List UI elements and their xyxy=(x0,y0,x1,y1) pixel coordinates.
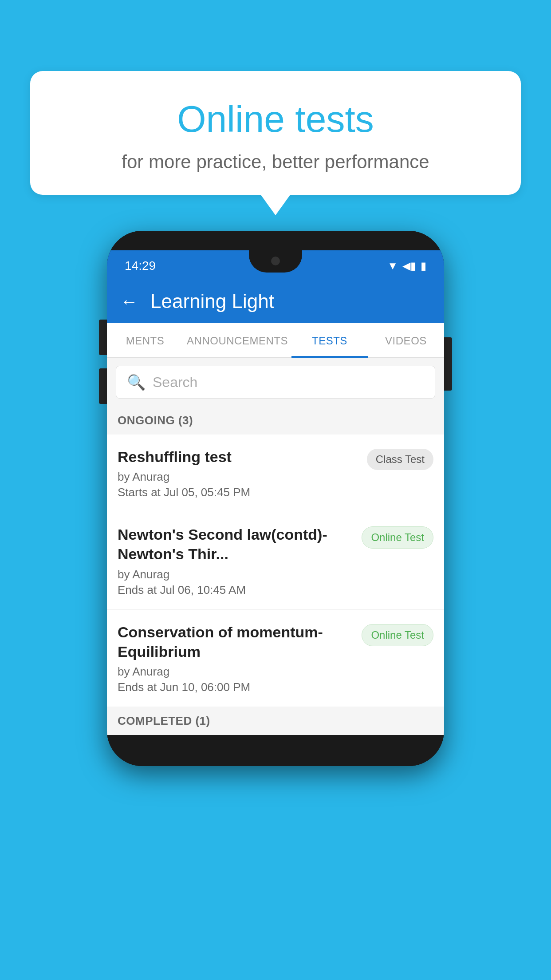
tab-announcements[interactable]: ANNOUNCEMENTS xyxy=(183,323,291,357)
test-item-0[interactable]: Reshuffling test by Anurag Starts at Jul… xyxy=(107,435,444,512)
status-time: 14:29 xyxy=(125,259,156,273)
app-header-title: Learning Light xyxy=(150,290,274,312)
phone-notch xyxy=(249,250,302,273)
phone-top-bezel xyxy=(107,231,444,250)
test-item-1[interactable]: Newton's Second law(contd)-Newton's Thir… xyxy=(107,512,444,609)
speech-bubble: Online tests for more practice, better p… xyxy=(30,71,521,195)
section-completed-label: COMPLETED (1) xyxy=(107,707,444,735)
test-date-1: Ends at Jul 06, 10:45 AM xyxy=(118,583,354,597)
status-bar: 14:29 ▼ ◀▮ ▮ xyxy=(107,250,444,281)
test-item-2[interactable]: Conservation of momentum-Equilibrium by … xyxy=(107,610,444,707)
search-box[interactable]: 🔍 Search xyxy=(116,366,435,399)
test-date-2: Ends at Jun 10, 06:00 PM xyxy=(118,680,354,694)
app-header: ← Learning Light xyxy=(107,281,444,323)
test-title-2: Conservation of momentum-Equilibrium xyxy=(118,622,354,661)
camera xyxy=(271,257,280,265)
tab-videos[interactable]: VIDEOS xyxy=(368,323,444,357)
test-title-0: Reshuffling test xyxy=(118,447,360,466)
tab-ments[interactable]: MENTS xyxy=(107,323,183,357)
test-title-1: Newton's Second law(contd)-Newton's Thir… xyxy=(118,525,354,564)
test-info-0: Reshuffling test by Anurag Starts at Jul… xyxy=(118,447,360,499)
speech-bubble-subtitle: for more practice, better performance xyxy=(52,151,499,173)
test-by-2: by Anurag xyxy=(118,665,354,679)
search-placeholder: Search xyxy=(153,374,197,391)
phone-bottom-bezel xyxy=(107,735,444,766)
phone-outer: 14:29 ▼ ◀▮ ▮ ← Learning Light MENTS xyxy=(107,231,444,766)
test-by-0: by Anurag xyxy=(118,470,360,484)
status-icons: ▼ ◀▮ ▮ xyxy=(387,260,426,272)
test-by-1: by Anurag xyxy=(118,568,354,581)
speech-bubble-title: Online tests xyxy=(52,98,499,141)
search-container: 🔍 Search xyxy=(107,358,444,407)
phone-frame: 14:29 ▼ ◀▮ ▮ ← Learning Light MENTS xyxy=(107,231,444,766)
wifi-icon: ▼ xyxy=(387,260,398,272)
vol-down-button xyxy=(99,368,107,404)
search-icon: 🔍 xyxy=(127,373,146,391)
tests-list: Reshuffling test by Anurag Starts at Jul… xyxy=(107,435,444,707)
test-badge-2: Online Test xyxy=(362,624,433,646)
test-badge-1: Online Test xyxy=(362,526,433,549)
power-button xyxy=(444,337,452,391)
vol-up-button xyxy=(99,320,107,355)
battery-icon: ▮ xyxy=(421,260,426,272)
phone-wrapper: 14:29 ▼ ◀▮ ▮ ← Learning Light MENTS xyxy=(107,231,444,766)
back-button[interactable]: ← xyxy=(120,292,138,312)
signal-icon: ◀▮ xyxy=(402,260,416,272)
tabs-bar: MENTS ANNOUNCEMENTS TESTS VIDEOS xyxy=(107,323,444,358)
test-date-0: Starts at Jul 05, 05:45 PM xyxy=(118,486,360,499)
tab-tests[interactable]: TESTS xyxy=(291,323,368,357)
test-info-1: Newton's Second law(contd)-Newton's Thir… xyxy=(118,525,354,597)
section-ongoing-label: ONGOING (3) xyxy=(107,407,444,435)
test-info-2: Conservation of momentum-Equilibrium by … xyxy=(118,622,354,694)
test-badge-0: Class Test xyxy=(367,449,433,470)
